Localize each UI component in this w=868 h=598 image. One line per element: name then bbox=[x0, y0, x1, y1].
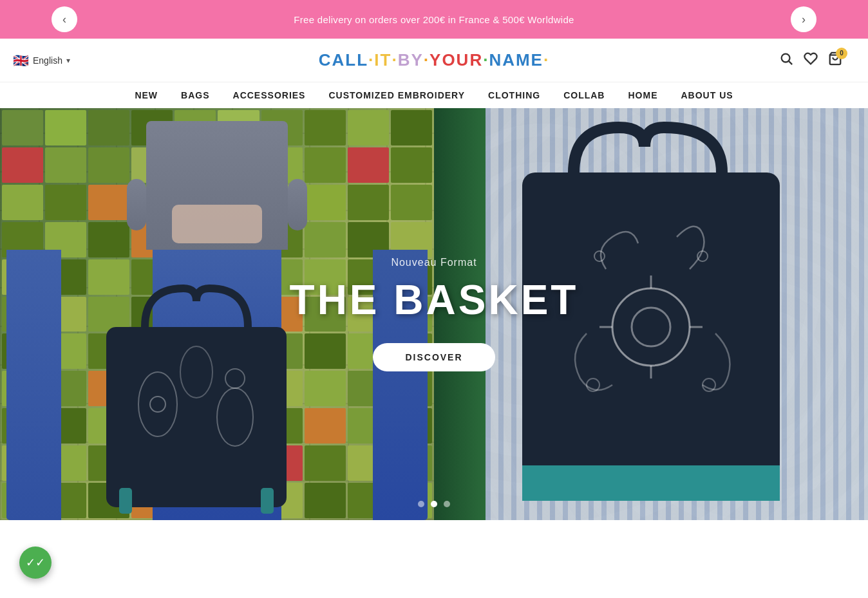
search-icon bbox=[779, 51, 793, 66]
announcement-text: Free delivery on orders over 200€ in Fra… bbox=[294, 14, 574, 25]
carousel-dot-3[interactable] bbox=[444, 501, 450, 507]
heart-icon bbox=[804, 51, 818, 66]
logo-dot1: · bbox=[368, 50, 374, 70]
nav-item-clothing[interactable]: CLOTHING bbox=[488, 90, 540, 100]
nav-item-accessories[interactable]: ACCESSORIES bbox=[233, 90, 306, 100]
carousel-dots bbox=[418, 501, 450, 507]
logo-call: CALL bbox=[319, 50, 368, 70]
logo-by: BY bbox=[398, 50, 424, 70]
cart-count-badge: 0 bbox=[836, 48, 847, 59]
header-icons: 0 bbox=[779, 51, 842, 70]
main-navigation: NEW BAGS ACCESSORIES CUSTOMIZED EMBROIDE… bbox=[0, 82, 868, 108]
logo-it: IT bbox=[374, 50, 392, 70]
hero-title: THE BASKET bbox=[290, 276, 579, 324]
logo-dot5: · bbox=[543, 50, 549, 70]
chevron-right-icon: › bbox=[802, 13, 806, 26]
nav-item-about[interactable]: ABOUT US bbox=[681, 90, 733, 100]
chevron-left-icon: ‹ bbox=[62, 13, 66, 26]
cart-button[interactable]: 0 bbox=[828, 51, 842, 70]
carousel-dot-2[interactable] bbox=[431, 501, 437, 507]
header: 🇬🇧 English ▾ CALL·IT·BY·YOUR·NAME· 0 bbox=[0, 39, 868, 82]
svg-point-0 bbox=[782, 53, 790, 62]
language-label: English bbox=[33, 55, 62, 66]
hero-section: Nouveau Format THE BASKET DISCOVER bbox=[0, 108, 868, 520]
search-button[interactable] bbox=[779, 51, 793, 70]
logo-name: NAME bbox=[489, 50, 543, 70]
logo-your: YOUR bbox=[429, 50, 483, 70]
nav-item-embroidery[interactable]: CUSTOMIZED EMBROIDERY bbox=[328, 90, 465, 100]
nav-item-new[interactable]: NEW bbox=[135, 90, 158, 100]
carousel-dot-1[interactable] bbox=[418, 501, 424, 507]
announcement-bar: ‹ Free delivery on orders over 200€ in F… bbox=[0, 0, 868, 39]
hero-subtitle: Nouveau Format bbox=[391, 257, 476, 268]
nav-item-home[interactable]: HOME bbox=[628, 90, 657, 100]
logo-dot2: · bbox=[392, 50, 397, 70]
announcement-prev-button[interactable]: ‹ bbox=[52, 6, 77, 32]
logo-dot3: · bbox=[424, 50, 429, 70]
nav-item-bags[interactable]: BAGS bbox=[181, 90, 209, 100]
chevron-down-icon: ▾ bbox=[66, 56, 70, 65]
flag-icon: 🇬🇧 bbox=[13, 53, 29, 68]
svg-line-1 bbox=[789, 61, 792, 64]
language-selector[interactable]: 🇬🇧 English ▾ bbox=[13, 53, 70, 68]
discover-button[interactable]: DISCOVER bbox=[373, 343, 495, 371]
announcement-next-button[interactable]: › bbox=[791, 6, 816, 32]
nav-item-collab[interactable]: COLLAB bbox=[563, 90, 605, 100]
site-logo[interactable]: CALL·IT·BY·YOUR·NAME· bbox=[319, 50, 549, 70]
hero-overlay: Nouveau Format THE BASKET DISCOVER bbox=[0, 108, 868, 520]
wishlist-button[interactable] bbox=[804, 51, 818, 70]
